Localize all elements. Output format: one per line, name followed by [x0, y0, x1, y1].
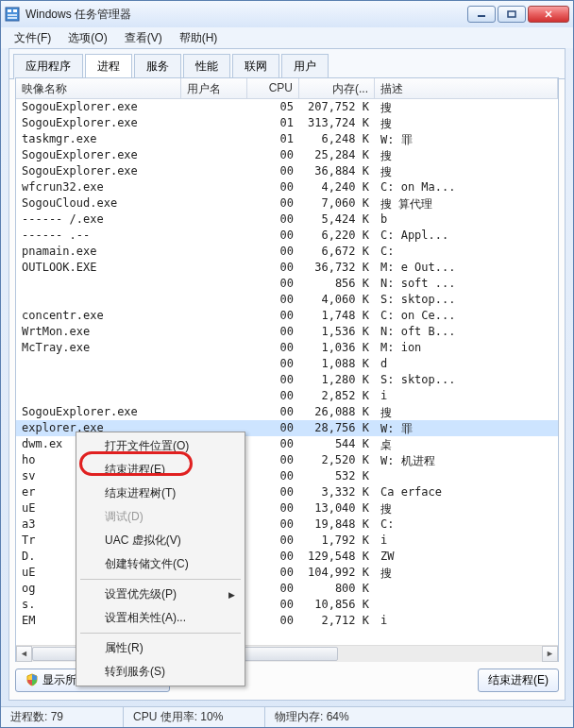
cell: 313,724 K	[299, 115, 375, 131]
cell: 00	[247, 228, 299, 244]
cell	[181, 115, 247, 131]
table-row[interactable]: WrtMon.exe001,536 KN: oft B...	[16, 324, 558, 340]
context-menu-item[interactable]: UAC 虚拟化(V)	[78, 529, 243, 552]
table-row[interactable]: SogouCloud.exe007,060 K搜 算代理	[16, 195, 558, 212]
cell: 25,284 K	[299, 147, 375, 163]
table-row[interactable]: SogouExplorer.exe0025,284 K搜	[16, 147, 558, 163]
cell: C: on Ma...	[375, 179, 558, 195]
menu-help[interactable]: 帮助(H)	[172, 28, 226, 48]
table-row[interactable]: SogouExplorer.exe01313,724 K搜	[16, 115, 558, 131]
cell: C:	[375, 244, 558, 260]
cell: SogouExplorer.exe	[16, 163, 181, 179]
table-row[interactable]: ------ /.exe005,424 Kb	[16, 212, 558, 228]
close-button[interactable]	[528, 6, 569, 23]
maximize-button[interactable]	[498, 6, 526, 23]
table-row[interactable]: wfcrun32.exe004,240 KC: on Ma...	[16, 179, 558, 195]
cell: 05	[247, 99, 299, 115]
cell: 13,040 K	[299, 500, 375, 516]
cell	[181, 404, 247, 420]
cell: 00	[247, 324, 299, 340]
table-header: 映像名称 用户名 CPU 内存(... 描述	[16, 78, 558, 99]
cell: 19,848 K	[299, 516, 375, 533]
end-process-button[interactable]: 结束进程(E)	[478, 669, 559, 692]
cell: C:	[375, 516, 558, 533]
cell: d	[375, 356, 558, 372]
cell: i	[375, 388, 558, 404]
cell: 搜	[375, 565, 558, 581]
tab-3[interactable]: 性能	[183, 54, 230, 79]
tab-4[interactable]: 联网	[232, 54, 279, 79]
cell	[181, 340, 247, 356]
table-row[interactable]: 002,852 Ki	[16, 388, 558, 404]
col-mem[interactable]: 内存(...	[299, 78, 375, 98]
menu-file[interactable]: 文件(F)	[7, 28, 59, 48]
tab-2[interactable]: 服务	[134, 54, 181, 79]
context-menu-item[interactable]: 设置相关性(A)...	[78, 606, 243, 630]
titlebar[interactable]: Windows 任务管理器	[1, 1, 573, 27]
cell: 544 K	[299, 436, 375, 452]
cell: 00	[247, 597, 299, 613]
status-cpu: CPU 使用率: 10%	[124, 707, 265, 727]
cell: 00	[247, 452, 299, 468]
table-row[interactable]: 00856 KN: soft ...	[16, 276, 558, 292]
cell: 00	[247, 420, 299, 436]
tab-1[interactable]: 进程	[85, 54, 132, 79]
scroll-left-icon[interactable]: ◄	[16, 646, 32, 662]
table-row[interactable]: concentr.exe001,748 KC: on Ce...	[16, 308, 558, 324]
cell: taskmgr.exe	[16, 131, 181, 147]
cell: i	[375, 533, 558, 549]
table-row[interactable]: 004,060 KS: sktop...	[16, 292, 558, 308]
context-menu-item[interactable]: 转到服务(S)	[78, 660, 243, 684]
cell	[181, 131, 247, 147]
cell	[16, 356, 181, 372]
cell: 00	[247, 372, 299, 388]
table-row[interactable]: 001,280 KS: sktop...	[16, 372, 558, 388]
context-menu-item[interactable]: 结束进程(E)	[78, 458, 243, 482]
cell	[181, 195, 247, 212]
cell: 4,060 K	[299, 292, 375, 308]
cell: 7,060 K	[299, 195, 375, 212]
tab-0[interactable]: 应用程序	[13, 54, 83, 79]
table-row[interactable]: OUTLOOK.EXE0036,732 KM: e Out...	[16, 260, 558, 276]
col-user[interactable]: 用户名	[181, 78, 247, 98]
cell: 36,732 K	[299, 260, 375, 276]
cell: 2,520 K	[299, 452, 375, 468]
table-row[interactable]: SogouExplorer.exe0036,884 K搜	[16, 163, 558, 179]
table-row[interactable]: 001,088 Kd	[16, 356, 558, 372]
cell	[181, 212, 247, 228]
table-row[interactable]: SogouExplorer.exe0026,088 K搜	[16, 404, 558, 420]
table-row[interactable]: taskmgr.exe016,248 KW: 罪	[16, 131, 558, 147]
minimize-button[interactable]	[467, 6, 496, 23]
cell: ------ /.exe	[16, 212, 181, 228]
context-menu-item[interactable]: 设置优先级(P)▶	[78, 583, 243, 606]
context-menu-item[interactable]: 打开文件位置(O)	[78, 434, 243, 458]
table-row[interactable]: SogouExplorer.exe05207,752 K搜	[16, 99, 558, 115]
col-desc[interactable]: 描述	[375, 78, 558, 98]
context-menu-item: 调试(D)	[78, 505, 243, 529]
table-row[interactable]: pnamain.exe006,672 KC:	[16, 244, 558, 260]
cell: S: sktop...	[375, 372, 558, 388]
scroll-right-icon[interactable]: ►	[542, 646, 558, 662]
cell: 桌	[375, 436, 558, 452]
cell	[181, 276, 247, 292]
context-menu-item[interactable]: 结束进程树(T)	[78, 482, 243, 505]
cell: 00	[247, 565, 299, 581]
cell	[181, 324, 247, 340]
cell: b	[375, 212, 558, 228]
menu-options[interactable]: 选项(O)	[60, 28, 114, 48]
cell: 2,852 K	[299, 388, 375, 404]
col-cpu[interactable]: CPU	[247, 78, 299, 98]
cell: 28,756 K	[299, 420, 375, 436]
col-image-name[interactable]: 映像名称	[16, 78, 181, 98]
cell: 00	[247, 308, 299, 324]
table-row[interactable]: ------ .--006,220 KC: Appl...	[16, 228, 558, 244]
cell: M: e Out...	[375, 260, 558, 276]
cell: SogouExplorer.exe	[16, 404, 181, 420]
tab-5[interactable]: 用户	[281, 54, 329, 79]
context-menu-item[interactable]: 属性(R)	[78, 636, 243, 660]
cell	[375, 597, 558, 613]
context-menu-item[interactable]: 创建转储文件(C)	[78, 552, 243, 576]
table-row[interactable]: McTray.exe001,036 KM: ion	[16, 340, 558, 356]
menu-view[interactable]: 查看(V)	[117, 28, 170, 48]
cell	[181, 292, 247, 308]
